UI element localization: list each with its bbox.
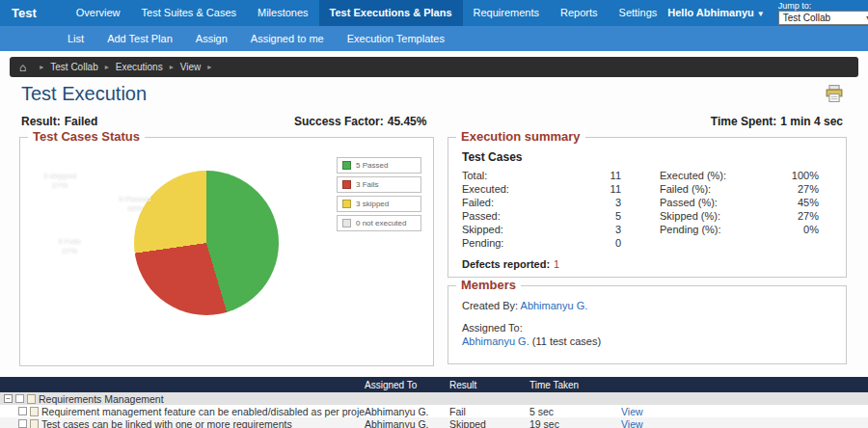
members-panel: Members Created By: Abhimanyu G. Assigne…: [448, 285, 847, 364]
row-checkbox[interactable]: [18, 419, 27, 428]
defects-reported: Defects reported:1: [462, 258, 832, 270]
subnav-assign[interactable]: Assign: [184, 26, 239, 51]
print-icon[interactable]: [826, 85, 843, 102]
cell-result: Skipped: [449, 418, 529, 428]
summary-counts: Total:11 Executed:11 Failed:3 Passed:5 S…: [462, 169, 631, 250]
tab-reports[interactable]: Reports: [550, 0, 609, 26]
cell-assigned: Abhimanyu G.: [365, 418, 449, 428]
legend-item-not-executed: 0 not executed: [337, 215, 421, 231]
home-icon[interactable]: ⌂: [19, 61, 26, 74]
subnav-list[interactable]: List: [56, 26, 95, 51]
chevron-down-icon: ▼: [757, 10, 765, 18]
summary-section-title: Test Cases: [462, 150, 832, 164]
jump-to: Jump to: Test Collab ▼: [778, 1, 868, 26]
result-label: Result:: [21, 115, 61, 128]
app-logo[interactable]: Test Collab: [0, 0, 66, 26]
table-row: Requirement management feature can be en…: [0, 405, 868, 417]
header-time-taken: Time Taken: [529, 380, 621, 390]
row-checkbox[interactable]: [18, 407, 27, 415]
user-menu[interactable]: Hello Abhimanyu▼: [667, 0, 764, 26]
top-nav: Test Collab Overview Test Suites & Cases…: [0, 0, 868, 26]
success-factor-label: Success Factor:: [294, 115, 384, 128]
page-title: Test Execution: [21, 83, 147, 105]
cell-time: 19 sec: [529, 418, 621, 428]
table-group-row: − Requirements Management: [0, 392, 868, 405]
pie-label-skipped: 3 skipped27%: [43, 172, 76, 191]
breadcrumb-separator-icon: ▸: [105, 63, 109, 71]
pie-label-passed: 5 Passed45%: [119, 195, 150, 214]
breadcrumb: ⌂ ▸ Test Collab ▸ Executions ▸ View ▸: [10, 57, 858, 77]
created-by-user-link[interactable]: Abhimanyu G.: [521, 300, 588, 311]
table-row: Test cases can be linked with one or mor…: [0, 417, 868, 428]
collapse-toggle-icon[interactable]: −: [4, 394, 13, 403]
test-case-icon: [30, 419, 39, 428]
assigned-to-label: Assigned To:: [462, 321, 832, 334]
view-link[interactable]: View: [621, 418, 643, 428]
panel-title: Members: [456, 278, 521, 292]
subnav-assigned-to-me[interactable]: Assigned to me: [239, 26, 336, 51]
result-value: Failed: [65, 115, 98, 128]
breadcrumb-executions[interactable]: Executions: [116, 62, 163, 72]
test-case-icon: [30, 407, 39, 416]
panel-title: Test Cases Status: [28, 129, 145, 144]
sub-nav: List Add Test Plan Assign Assigned to me…: [0, 26, 868, 51]
jump-to-label: Jump to:: [778, 1, 868, 11]
result-status: Result:Failed: [21, 115, 101, 128]
tab-milestones[interactable]: Milestones: [247, 0, 319, 26]
assigned-to-row: Assigned To: Abhimanyu G. (11 test cases…: [462, 321, 832, 348]
panel-title: Execution summary: [456, 129, 585, 144]
tab-test-suites-cases[interactable]: Test Suites & Cases: [131, 0, 247, 26]
cell-assigned: Abhimanyu G.: [365, 406, 449, 417]
tab-requirements[interactable]: Requirements: [463, 0, 550, 26]
success-factor-value: 45.45%: [388, 115, 427, 128]
assigned-to-suffix: (11 test cases): [532, 335, 601, 347]
view-link[interactable]: View: [621, 406, 643, 417]
legend-swatch-passed: [342, 161, 351, 170]
legend-swatch-skipped: [342, 200, 351, 208]
execution-summary-panel: Execution summary Test Cases Total:11 Ex…: [448, 137, 847, 278]
greeting-text: Hello Abhimanyu: [667, 7, 753, 18]
cell-result: Fail: [449, 406, 529, 417]
time-spent-value: 1 min 4 sec: [780, 115, 843, 128]
test-case-name[interactable]: Test cases can be linked with one or mor…: [41, 418, 292, 428]
pie-label-fails: 3 Fails27%: [58, 237, 81, 256]
header-assigned-to: Assigned To: [365, 380, 449, 390]
cell-time: 5 sec: [529, 406, 621, 417]
breadcrumb-view[interactable]: View: [180, 62, 202, 72]
test-cases-status-panel: Test Cases Status 5 Passed45% 3 Fails27%…: [19, 137, 434, 366]
test-cases-table: Assigned To Result Time Taken − Requirem…: [0, 377, 868, 428]
tab-test-executions-plans[interactable]: Test Executions & Plans: [319, 0, 463, 26]
suite-name: Requirements Management: [39, 393, 164, 405]
header-result: Result: [449, 380, 529, 390]
success-factor: Success Factor:45.45%: [294, 115, 430, 128]
pie-chart: [134, 171, 279, 315]
legend-item-skipped: 3 skipped: [337, 196, 421, 212]
summary-percentages: Executed (%):100% Failed (%):27% Passed …: [660, 169, 828, 250]
breadcrumb-separator-icon: ▸: [207, 63, 211, 71]
breadcrumb-test-collab[interactable]: Test Collab: [50, 62, 97, 72]
legend-item-fails: 3 Fails: [337, 176, 421, 193]
subnav-add-test-plan[interactable]: Add Test Plan: [95, 26, 184, 51]
created-by-row: Created By: Abhimanyu G.: [462, 299, 832, 312]
test-case-name[interactable]: Requirement management feature can be en…: [41, 406, 365, 417]
group-checkbox[interactable]: [15, 394, 24, 403]
time-spent-label: Time Spent:: [711, 115, 776, 128]
created-by-label: Created By:: [462, 300, 518, 311]
suite-icon: [27, 394, 36, 404]
subnav-execution-templates[interactable]: Execution Templates: [336, 26, 456, 51]
tab-settings[interactable]: Settings: [609, 0, 668, 26]
chart-legend: 5 Passed 3 Fails 3 skipped 0 not execute…: [337, 157, 421, 234]
legend-item-passed: 5 Passed: [337, 157, 421, 174]
breadcrumb-separator-icon: ▸: [170, 63, 174, 71]
main-tabs: Overview Test Suites & Cases Milestones …: [66, 0, 668, 26]
time-spent: Time Spent:1 min 4 sec: [711, 115, 847, 128]
legend-swatch-not-executed: [342, 219, 351, 227]
jump-to-value: Test Collab: [783, 13, 830, 23]
tab-overview[interactable]: Overview: [66, 0, 131, 26]
legend-swatch-fails: [342, 180, 351, 189]
assigned-to-user-link[interactable]: Abhimanyu G.: [462, 335, 529, 347]
breadcrumb-separator-icon: ▸: [40, 63, 43, 71]
table-header: Assigned To Result Time Taken: [0, 377, 868, 392]
jump-to-select[interactable]: Test Collab ▼: [778, 11, 868, 25]
